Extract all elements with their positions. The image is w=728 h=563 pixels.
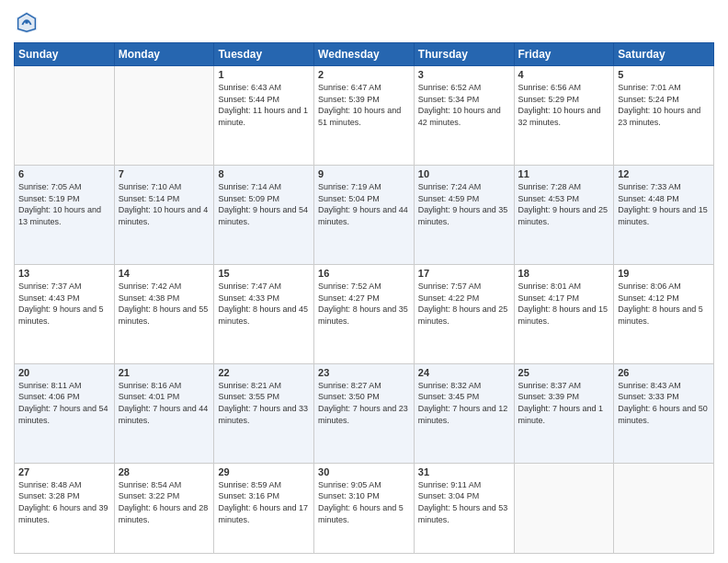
day-number: 14	[119, 268, 210, 279]
calendar-cell: 25Sunrise: 8:37 AMSunset: 3:39 PMDayligh…	[514, 363, 614, 463]
calendar-cell: 15Sunrise: 7:47 AMSunset: 4:33 PMDayligh…	[214, 264, 314, 363]
svg-point-2	[25, 20, 28, 24]
weekday-header-row: SundayMondayTuesdayWednesdayThursdayFrid…	[15, 43, 714, 66]
day-number: 1	[218, 69, 310, 80]
day-info: Sunrise: 7:05 AMSunset: 5:19 PMDaylight:…	[18, 181, 110, 227]
day-info: Sunrise: 7:10 AMSunset: 5:14 PMDaylight:…	[119, 181, 210, 227]
day-number: 23	[318, 367, 410, 378]
day-info: Sunrise: 9:11 AMSunset: 3:04 PMDaylight:…	[418, 479, 510, 525]
calendar-cell: 19Sunrise: 8:06 AMSunset: 4:12 PMDayligh…	[614, 264, 714, 363]
day-number: 22	[218, 367, 310, 378]
day-info: Sunrise: 8:37 AMSunset: 3:39 PMDaylight:…	[518, 380, 610, 426]
calendar-cell: 31Sunrise: 9:11 AMSunset: 3:04 PMDayligh…	[414, 463, 514, 553]
day-number: 31	[418, 466, 510, 477]
day-number: 29	[218, 466, 310, 477]
day-info: Sunrise: 8:16 AMSunset: 4:01 PMDaylight:…	[119, 380, 210, 426]
calendar-cell: 2Sunrise: 6:47 AMSunset: 5:39 PMDaylight…	[314, 66, 415, 166]
day-info: Sunrise: 7:52 AMSunset: 4:27 PMDaylight:…	[318, 281, 410, 327]
day-number: 13	[18, 268, 110, 279]
calendar-week-row: 13Sunrise: 7:37 AMSunset: 4:43 PMDayligh…	[15, 264, 714, 363]
page: SundayMondayTuesdayWednesdayThursdayFrid…	[0, 0, 728, 563]
day-info: Sunrise: 8:27 AMSunset: 3:50 PMDaylight:…	[318, 380, 410, 426]
day-info: Sunrise: 8:59 AMSunset: 3:16 PMDaylight:…	[218, 479, 310, 525]
calendar-cell: 5Sunrise: 7:01 AMSunset: 5:24 PMDaylight…	[614, 66, 714, 166]
day-number: 30	[318, 466, 410, 477]
day-info: Sunrise: 8:43 AMSunset: 3:33 PMDaylight:…	[618, 380, 710, 426]
day-number: 15	[218, 268, 310, 279]
calendar-cell: 18Sunrise: 8:01 AMSunset: 4:17 PMDayligh…	[514, 264, 614, 363]
calendar-cell: 17Sunrise: 7:57 AMSunset: 4:22 PMDayligh…	[414, 264, 514, 363]
calendar-cell: 23Sunrise: 8:27 AMSunset: 3:50 PMDayligh…	[314, 363, 415, 463]
calendar-cell: 26Sunrise: 8:43 AMSunset: 3:33 PMDayligh…	[614, 363, 714, 463]
calendar-table: SundayMondayTuesdayWednesdayThursdayFrid…	[14, 42, 714, 554]
day-number: 5	[618, 69, 710, 80]
day-number: 21	[119, 367, 210, 378]
day-info: Sunrise: 7:14 AMSunset: 5:09 PMDaylight:…	[218, 181, 310, 227]
weekday-header-wednesday: Wednesday	[314, 43, 415, 66]
calendar-cell: 16Sunrise: 7:52 AMSunset: 4:27 PMDayligh…	[314, 264, 415, 363]
day-info: Sunrise: 7:33 AMSunset: 4:48 PMDaylight:…	[618, 181, 710, 227]
day-number: 26	[618, 367, 710, 378]
calendar-week-row: 1Sunrise: 6:43 AMSunset: 5:44 PMDaylight…	[15, 66, 714, 166]
day-number: 28	[119, 466, 210, 477]
day-number: 20	[18, 367, 110, 378]
calendar-cell: 4Sunrise: 6:56 AMSunset: 5:29 PMDaylight…	[514, 66, 614, 166]
day-number: 17	[418, 268, 510, 279]
day-info: Sunrise: 9:05 AMSunset: 3:10 PMDaylight:…	[318, 479, 410, 525]
day-number: 2	[318, 69, 410, 80]
calendar-cell: 11Sunrise: 7:28 AMSunset: 4:53 PMDayligh…	[514, 165, 614, 264]
day-number: 19	[618, 268, 710, 279]
day-number: 18	[518, 268, 610, 279]
calendar-cell	[15, 66, 115, 166]
calendar-cell: 30Sunrise: 9:05 AMSunset: 3:10 PMDayligh…	[314, 463, 415, 553]
day-info: Sunrise: 7:42 AMSunset: 4:38 PMDaylight:…	[119, 281, 210, 327]
calendar-cell: 21Sunrise: 8:16 AMSunset: 4:01 PMDayligh…	[114, 363, 214, 463]
day-info: Sunrise: 7:37 AMSunset: 4:43 PMDaylight:…	[18, 281, 110, 327]
day-number: 10	[418, 168, 510, 179]
day-info: Sunrise: 7:47 AMSunset: 4:33 PMDaylight:…	[218, 281, 310, 327]
weekday-header-sunday: Sunday	[15, 43, 115, 66]
day-number: 27	[18, 466, 110, 477]
generalblue-icon	[14, 9, 40, 35]
calendar-cell: 14Sunrise: 7:42 AMSunset: 4:38 PMDayligh…	[114, 264, 214, 363]
calendar-cell: 10Sunrise: 7:24 AMSunset: 4:59 PMDayligh…	[414, 165, 514, 264]
day-number: 25	[518, 367, 610, 378]
calendar-cell: 1Sunrise: 6:43 AMSunset: 5:44 PMDaylight…	[214, 66, 314, 166]
logo	[14, 9, 43, 35]
calendar-cell	[614, 463, 714, 553]
day-info: Sunrise: 7:24 AMSunset: 4:59 PMDaylight:…	[418, 181, 510, 227]
day-number: 12	[618, 168, 710, 179]
day-info: Sunrise: 7:01 AMSunset: 5:24 PMDaylight:…	[618, 82, 710, 128]
weekday-header-friday: Friday	[514, 43, 614, 66]
calendar-cell: 28Sunrise: 8:54 AMSunset: 3:22 PMDayligh…	[114, 463, 214, 553]
calendar-cell: 9Sunrise: 7:19 AMSunset: 5:04 PMDaylight…	[314, 165, 415, 264]
day-number: 11	[518, 168, 610, 179]
weekday-header-saturday: Saturday	[614, 43, 714, 66]
weekday-header-monday: Monday	[114, 43, 214, 66]
day-info: Sunrise: 8:21 AMSunset: 3:55 PMDaylight:…	[218, 380, 310, 426]
day-info: Sunrise: 7:57 AMSunset: 4:22 PMDaylight:…	[418, 281, 510, 327]
calendar-cell: 22Sunrise: 8:21 AMSunset: 3:55 PMDayligh…	[214, 363, 314, 463]
day-info: Sunrise: 8:54 AMSunset: 3:22 PMDaylight:…	[119, 479, 210, 525]
calendar-cell: 29Sunrise: 8:59 AMSunset: 3:16 PMDayligh…	[214, 463, 314, 553]
day-info: Sunrise: 6:52 AMSunset: 5:34 PMDaylight:…	[418, 82, 510, 128]
calendar-cell: 20Sunrise: 8:11 AMSunset: 4:06 PMDayligh…	[15, 363, 115, 463]
calendar-cell: 27Sunrise: 8:48 AMSunset: 3:28 PMDayligh…	[15, 463, 115, 553]
day-number: 9	[318, 168, 410, 179]
weekday-header-thursday: Thursday	[414, 43, 514, 66]
calendar-cell	[514, 463, 614, 553]
day-info: Sunrise: 8:06 AMSunset: 4:12 PMDaylight:…	[618, 281, 710, 327]
calendar-cell: 7Sunrise: 7:10 AMSunset: 5:14 PMDaylight…	[114, 165, 214, 264]
day-number: 24	[418, 367, 510, 378]
calendar-week-row: 20Sunrise: 8:11 AMSunset: 4:06 PMDayligh…	[15, 363, 714, 463]
day-number: 4	[518, 69, 610, 80]
day-info: Sunrise: 6:43 AMSunset: 5:44 PMDaylight:…	[218, 82, 310, 128]
calendar-week-row: 27Sunrise: 8:48 AMSunset: 3:28 PMDayligh…	[15, 463, 714, 553]
calendar-cell: 13Sunrise: 7:37 AMSunset: 4:43 PMDayligh…	[15, 264, 115, 363]
day-info: Sunrise: 8:32 AMSunset: 3:45 PMDaylight:…	[418, 380, 510, 426]
day-info: Sunrise: 8:11 AMSunset: 4:06 PMDaylight:…	[18, 380, 110, 426]
day-number: 7	[119, 168, 210, 179]
calendar-week-row: 6Sunrise: 7:05 AMSunset: 5:19 PMDaylight…	[15, 165, 714, 264]
day-number: 6	[18, 168, 110, 179]
calendar-cell: 12Sunrise: 7:33 AMSunset: 4:48 PMDayligh…	[614, 165, 714, 264]
